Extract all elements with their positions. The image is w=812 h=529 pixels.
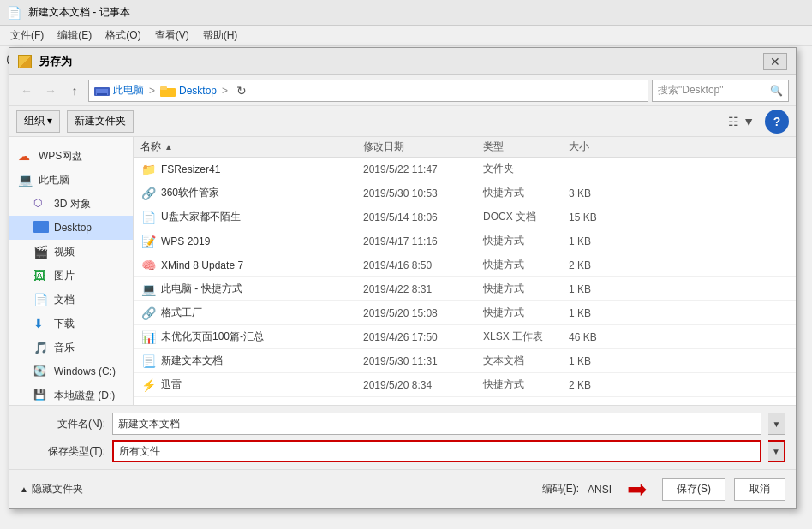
menu-view[interactable]: 查看(V) [148, 27, 196, 45]
file-name: 格式工厂 [161, 306, 202, 320]
file-type: 快捷方式 [483, 186, 569, 200]
file-date: 2019/5/20 8:34 [363, 379, 483, 391]
dialog-title-icon [18, 55, 32, 68]
hide-files-arrow: ▲ [20, 484, 28, 494]
filetype-row: 保存类型(T): 所有文件 ▼ [20, 440, 785, 462]
menu-help[interactable]: 帮助(H) [196, 27, 245, 45]
sidebar-label-download: 下载 [54, 317, 75, 331]
file-size: 2 KB [569, 379, 637, 391]
sidebar-item-download[interactable]: ⬇ 下载 [9, 312, 133, 336]
file-type: 快捷方式 [483, 234, 569, 248]
file-row[interactable]: 💻 此电脑 - 快捷方式 2019/4/22 8:31 快捷方式 1 KB [134, 277, 796, 301]
filetype-dropdown-arrow[interactable]: ▼ [768, 440, 785, 462]
file-row[interactable]: 📝 WPS 2019 2019/4/17 11:16 快捷方式 1 KB [134, 229, 796, 253]
view-dropdown-icon[interactable]: ▼ [743, 115, 755, 128]
search-box: 搜索"Desktop" 🔍 [652, 80, 789, 102]
video-icon: 🎬 [33, 245, 49, 259]
view-list-icon[interactable]: ☷ [728, 115, 739, 128]
sidebar-item-doc[interactable]: 📄 文档 [9, 288, 133, 312]
file-row[interactable]: 🧠 XMind 8 Update 7 2019/4/16 8:50 快捷方式 2… [134, 253, 796, 277]
nav-forward-button[interactable]: → [40, 80, 61, 101]
address-pc-label[interactable]: 此电脑 [113, 83, 144, 98]
address-folder-label[interactable]: Desktop [179, 85, 217, 97]
view-options: ☷ ▼ [728, 115, 755, 128]
file-size: 1 KB [569, 235, 637, 247]
file-type: XLSX 工作表 [483, 330, 569, 344]
file-date: 2019/5/30 11:31 [363, 355, 483, 367]
search-placeholder: 搜索"Desktop" [658, 83, 767, 98]
menu-format[interactable]: 格式(O) [99, 27, 147, 45]
file-row[interactable]: 📃 新建文本文档 2019/5/30 11:31 文本文档 1 KB [134, 349, 796, 373]
hide-files-button[interactable]: ▲ 隐藏文件夹 [20, 482, 83, 496]
filetype-label: 保存类型(T): [20, 444, 105, 459]
file-date: 2019/4/26 17:50 [363, 331, 483, 343]
file-date: 2019/5/22 11:47 [363, 163, 483, 175]
sidebar-label-winc: Windows (C:) [54, 366, 116, 377]
file-row[interactable]: ⚡ 迅雷 2019/5/20 8:34 快捷方式 2 KB [134, 373, 796, 397]
sidebar-item-video[interactable]: 🎬 视频 [9, 240, 133, 264]
file-row[interactable]: 📁 FSResizer41 2019/5/22 11:47 文件夹 [134, 158, 796, 181]
hide-files-label: 隐藏文件夹 [32, 482, 83, 496]
search-icon[interactable]: 🔍 [770, 85, 783, 97]
filename-dropdown-arrow[interactable]: ▼ [768, 413, 785, 435]
file-name: 新建文本文档 [161, 354, 223, 368]
nav-back-button[interactable]: ← [16, 80, 37, 101]
file-date: 2019/4/22 8:31 [363, 283, 483, 295]
sidebar-item-3d[interactable]: ⬡ 3D 对象 [9, 192, 133, 216]
file-row[interactable]: 🔗 360软件管家 2019/5/30 10:53 快捷方式 3 KB [134, 181, 796, 205]
dialog-title-text: 另存为 [39, 54, 72, 69]
sidebar-item-music[interactable]: 🎵 音乐 [9, 336, 133, 360]
sidebar-label-disk: 本地磁盘 (D:) [54, 389, 115, 403]
menu-file[interactable]: 文件(F) [3, 27, 51, 45]
file-size: 2 KB [569, 259, 637, 271]
menu-edit[interactable]: 编辑(E) [51, 27, 99, 45]
sidebar-item-disk[interactable]: 💾 本地磁盘 (D:) [9, 383, 133, 405]
file-row[interactable]: 📄 U盘大家都不陌生 2019/5/14 18:06 DOCX 文档 15 KB [134, 205, 796, 229]
col-header-date: 修改日期 [363, 140, 483, 154]
sort-arrow: ▲ [164, 142, 173, 152]
dialog-actionbar: 组织 ▾ 新建文件夹 ☷ ▼ ? [9, 106, 796, 137]
file-size: 1 KB [569, 355, 637, 367]
file-date: 2019/4/17 11:16 [363, 235, 483, 247]
file-size: 15 KB [569, 211, 637, 223]
file-icon: 📊 [140, 330, 156, 344]
save-button[interactable]: 保存(S) [662, 478, 725, 501]
file-type: 快捷方式 [483, 377, 569, 392]
dialog-close-button[interactable]: ✕ [763, 53, 787, 70]
organize-button[interactable]: 组织 ▾ [16, 110, 60, 133]
file-type: 文件夹 [483, 162, 569, 176]
file-icon: 📝 [140, 235, 156, 248]
cancel-button[interactable]: 取消 [734, 478, 785, 501]
file-row[interactable]: 🔗 格式工厂 2019/5/20 15:08 快捷方式 1 KB [134, 301, 796, 325]
3d-icon: ⬡ [33, 197, 49, 211]
sidebar-item-winc[interactable]: 💽 Windows (C:) [9, 360, 133, 383]
svg-rect-4 [160, 86, 167, 90]
file-icon: 📁 [140, 163, 156, 176]
sidebar-label-desktop: Desktop [54, 222, 92, 234]
filename-input[interactable] [112, 413, 761, 435]
file-icon: 💻 [140, 282, 156, 296]
sidebar-label-doc: 文档 [54, 293, 75, 307]
file-type: 快捷方式 [483, 258, 569, 272]
sidebar-item-desktop[interactable]: Desktop [9, 216, 133, 240]
filetype-value[interactable]: 所有文件 [112, 440, 761, 462]
file-date: 2019/5/30 10:53 [363, 187, 483, 199]
help-button[interactable]: ? [765, 110, 789, 134]
disk-icon: 💾 [33, 389, 49, 402]
filename-label: 文件名(N): [20, 417, 105, 431]
file-name: 未优化页面100篇-汇总 [161, 330, 264, 344]
file-row[interactable]: 📊 未优化页面100篇-汇总 2019/4/26 17:50 XLSX 工作表 … [134, 325, 796, 349]
sidebar-item-wps[interactable]: ☁ WPS网盘 [9, 144, 133, 168]
address-refresh-button[interactable]: ↻ [233, 82, 250, 99]
file-name: 迅雷 [161, 377, 182, 392]
col-header-name[interactable]: 名称 ▲ [140, 140, 363, 154]
dialog-title-left: 另存为 [18, 54, 72, 69]
red-arrow: ➡ [627, 475, 647, 503]
sidebar-item-pc[interactable]: 💻 此电脑 [9, 168, 133, 192]
download-icon: ⬇ [33, 317, 49, 330]
sidebar-item-pic[interactable]: 🖼 图片 [9, 264, 133, 288]
notepad-menubar: 文件(F) 编辑(E) 格式(O) 查看(V) 帮助(H) [0, 26, 812, 46]
new-folder-button[interactable]: 新建文件夹 [67, 110, 134, 133]
sidebar-label-pc: 此电脑 [39, 173, 69, 187]
nav-up-button[interactable]: ↑ [64, 80, 85, 101]
